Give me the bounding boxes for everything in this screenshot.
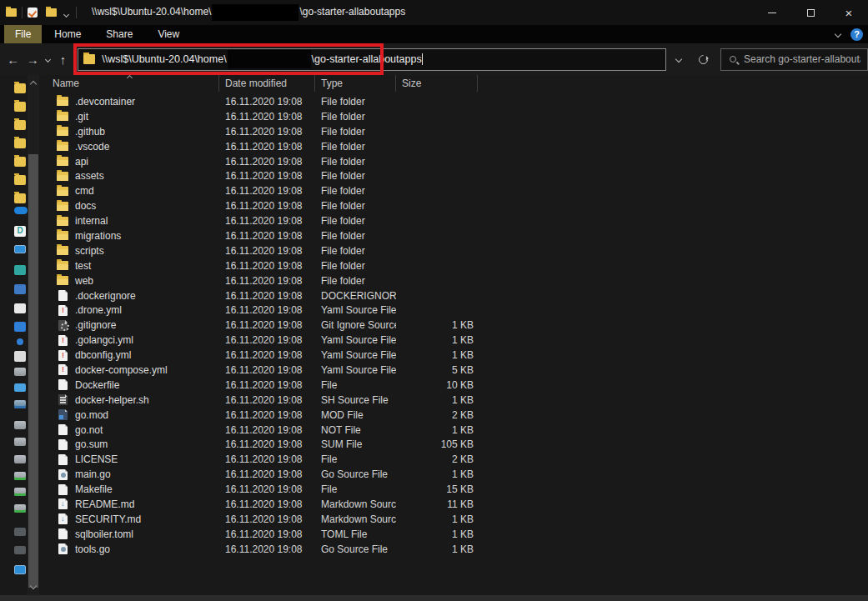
customize-quick-access-icon[interactable] [63, 11, 69, 17]
nav-item-drive-green-icon[interactable] [14, 488, 26, 496]
nav-item-drive-icon[interactable] [14, 368, 26, 376]
column-header-size[interactable]: Size [396, 75, 478, 92]
file-row[interactable]: SECURITY.md16.11.2020 19:08Markdown Sour… [40, 512, 868, 527]
nav-item-downloads-icon[interactable] [14, 303, 26, 313]
nav-item-pinned-folder-icon[interactable] [14, 138, 26, 148]
nav-item-this-pc-icon[interactable] [14, 245, 26, 253]
cell-size: 2 KB [396, 409, 478, 421]
properties-icon[interactable] [28, 8, 38, 18]
file-row[interactable]: .drone.yml16.11.2020 19:08Yaml Source Fi… [40, 303, 868, 318]
file-row[interactable]: docker-compose.yml16.11.2020 19:08Yaml S… [40, 363, 868, 378]
nav-item-cloud-d-icon[interactable]: D [14, 226, 26, 237]
nav-item-document-e-icon[interactable] [14, 351, 26, 362]
file-row[interactable]: api16.11.2020 19:08File folder [40, 154, 868, 169]
nav-item-drive-icon[interactable] [14, 455, 26, 463]
close-button[interactable]: × [830, 0, 868, 25]
file-row[interactable]: web16.11.2020 19:08File folder [40, 273, 868, 288]
file-row[interactable]: .dockerignore16.11.2020 19:08DOCKERIGNOR… [40, 288, 868, 303]
nav-item-pinned-folder-icon[interactable] [14, 102, 26, 112]
file-row[interactable]: Dockerfile16.11.2020 19:08File10 KB [40, 378, 868, 393]
file-row[interactable]: assets16.11.2020 19:08File folder [40, 168, 868, 183]
address-bar[interactable]: \\wsl$\Ubuntu-20.04\home\\go-starter-all… [78, 48, 666, 71]
column-header-date-modified[interactable]: Date modified [219, 75, 315, 92]
app-icon [6, 8, 17, 17]
search-input[interactable] [744, 53, 860, 65]
mod-file-icon [58, 409, 68, 420]
gear-file-icon [58, 320, 68, 331]
file-name: .gitignore [75, 319, 116, 331]
ribbon-tab-file[interactable]: File [4, 25, 42, 43]
file-row[interactable]: .github16.11.2020 19:08File folder [40, 124, 868, 139]
file-row[interactable]: LICENSE16.11.2020 19:08File2 KB [40, 452, 868, 467]
file-row[interactable]: main.go16.11.2020 19:08Go Source File1 K… [40, 467, 868, 482]
nav-item-pictures-arrow-icon[interactable] [14, 322, 26, 332]
file-name: tools.go [75, 543, 110, 555]
file-row[interactable]: test16.11.2020 19:08File folder [40, 258, 868, 273]
file-row[interactable]: Makefile16.11.2020 19:08File15 KB [40, 482, 868, 497]
file-row[interactable]: go.not16.11.2020 19:08NOT File1 KB [40, 423, 868, 438]
nav-item-network-drive-icon[interactable] [14, 528, 26, 536]
back-icon[interactable]: ← [3, 53, 23, 67]
address-dropdown-button[interactable] [668, 48, 689, 71]
cell-name: cmd [40, 185, 219, 197]
ribbon-tab-share[interactable]: Share [93, 25, 145, 43]
search-box[interactable] [720, 48, 868, 71]
file-row[interactable]: cmd16.11.2020 19:08File folder [40, 183, 868, 198]
nav-item-network-icon[interactable] [14, 565, 26, 574]
minimize-button[interactable] [753, 0, 791, 25]
nav-item-desktop-icon[interactable] [14, 265, 26, 275]
nav-scrollbar-thumb[interactable] [28, 154, 38, 588]
up-icon[interactable]: ↑ [53, 53, 73, 67]
nav-item-drive-icon[interactable] [14, 438, 26, 446]
nav-item-blue-dot-icon[interactable] [17, 338, 23, 345]
file-row[interactable]: internal16.11.2020 19:08File folder [40, 213, 868, 228]
file-row[interactable]: .git16.11.2020 19:08File folder [40, 109, 868, 124]
file-row[interactable]: .devcontainer16.11.2020 19:08File folder [40, 94, 868, 109]
cell-name: internal [40, 215, 219, 227]
cell-date-modified: 16.11.2020 19:08 [219, 215, 315, 227]
nav-item-usb-drive-icon[interactable] [14, 383, 26, 392]
nav-item-drive-blue-icon[interactable] [14, 400, 26, 408]
cell-type: File [315, 483, 396, 495]
file-row[interactable]: docs16.11.2020 19:08File folder [40, 198, 868, 213]
file-row[interactable]: docker-helper.sh16.11.2020 19:08SH Sourc… [40, 393, 868, 408]
ribbon-tab-home[interactable]: Home [42, 25, 93, 43]
nav-item-drive-green-icon[interactable] [14, 504, 26, 513]
nav-item-pinned-folder-icon[interactable] [14, 83, 26, 93]
file-row[interactable]: sqlboiler.toml16.11.2020 19:08TOML File1… [40, 527, 868, 542]
file-row[interactable]: .vscode16.11.2020 19:08File folder [40, 139, 868, 154]
file-row[interactable]: migrations16.11.2020 19:08File folder [40, 228, 868, 243]
file-row[interactable]: tools.go16.11.2020 19:08Go Source File1 … [40, 542, 868, 557]
column-header-type[interactable]: Type [315, 75, 396, 92]
minimize-ribbon-icon[interactable] [835, 31, 841, 38]
refresh-button[interactable] [693, 48, 714, 71]
nav-item-onedrive-icon[interactable] [14, 207, 28, 214]
recent-locations-icon[interactable] [45, 56, 51, 62]
new-folder-icon[interactable] [46, 8, 57, 17]
file-row[interactable]: README.md16.11.2020 19:08Markdown Source… [40, 497, 868, 512]
nav-item-drive-icon[interactable] [14, 421, 26, 429]
cell-name: sqlboiler.toml [40, 528, 219, 540]
column-header-name[interactable]: Name [40, 75, 219, 92]
file-row[interactable]: go.sum16.11.2020 19:08SUM File105 KB [40, 437, 868, 452]
nav-item-pinned-folder-icon[interactable] [14, 157, 26, 167]
nav-item-pinned-folder-icon[interactable] [14, 175, 26, 185]
status-bar [0, 595, 868, 601]
window-title: \\wsl$\Ubuntu-20.04\home\\go-starter-all… [92, 4, 405, 21]
nav-item-pinned-folder-icon[interactable] [14, 193, 26, 203]
file-row[interactable]: scripts16.11.2020 19:08File folder [40, 243, 868, 258]
nav-item-pinned-folder-icon[interactable] [14, 120, 26, 130]
help-icon[interactable]: ? [850, 28, 863, 41]
cell-size: 1 KB [396, 334, 478, 346]
file-row[interactable]: .gitignore16.11.2020 19:08Git Ignore Sou… [40, 318, 868, 333]
nav-item-drive-green-icon[interactable] [14, 472, 26, 480]
close-icon: × [845, 7, 853, 19]
ribbon-tab-view[interactable]: View [145, 25, 192, 43]
forward-icon[interactable]: → [23, 53, 42, 67]
nav-item-documents-icon[interactable] [14, 284, 26, 294]
file-row[interactable]: dbconfig.yml16.11.2020 19:08Yaml Source … [40, 348, 868, 363]
file-row[interactable]: go.mod16.11.2020 19:08MOD File2 KB [40, 408, 868, 423]
nav-item-network-drive-icon[interactable] [14, 546, 26, 554]
maximize-button[interactable] [791, 0, 830, 25]
file-row[interactable]: .golangci.yml16.11.2020 19:08Yaml Source… [40, 333, 868, 348]
